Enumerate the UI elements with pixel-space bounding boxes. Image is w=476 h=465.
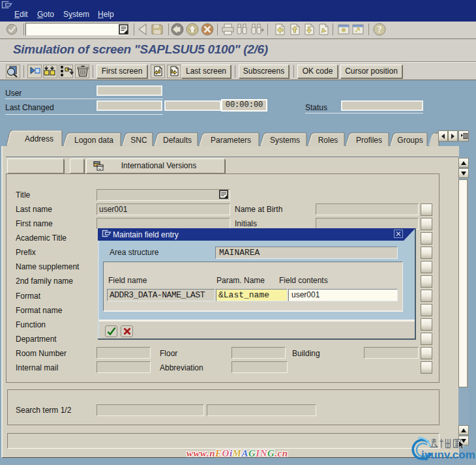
svg-text:Address: Address <box>25 134 53 143</box>
svg-text:Groups: Groups <box>397 136 423 145</box>
svg-text:Defaults: Defaults <box>163 136 192 145</box>
svg-text:Systems: Systems <box>270 136 300 145</box>
svg-text:Roles: Roles <box>318 136 338 145</box>
svg-text:SNC: SNC <box>130 136 147 145</box>
svg-text:Logon data: Logon data <box>74 136 113 145</box>
svg-text:Parameters: Parameters <box>211 136 251 145</box>
svg-text:?: ? <box>377 24 382 35</box>
svg-text:Profiles: Profiles <box>356 136 382 145</box>
